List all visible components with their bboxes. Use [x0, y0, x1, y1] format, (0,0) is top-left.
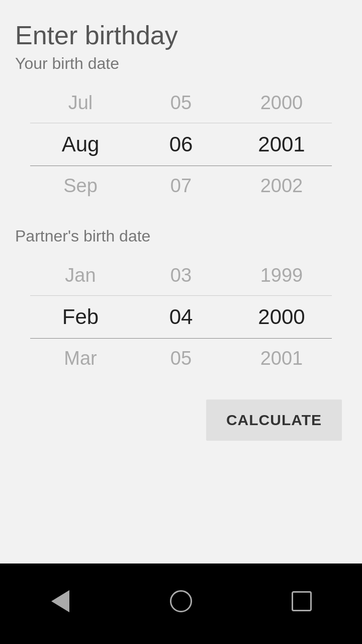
home-icon [170, 590, 192, 612]
partner-year-above[interactable]: 1999 [231, 256, 332, 296]
birth-month-selected[interactable]: Aug [30, 123, 131, 166]
birth-month-column[interactable]: Jul Aug Sep [30, 83, 131, 202]
partner-month-selected[interactable]: Feb [30, 296, 131, 339]
partner-month-column[interactable]: Jan Feb Mar [30, 256, 131, 374]
partner-month-above[interactable]: Jan [30, 256, 131, 296]
partner-picker[interactable]: Jan Feb Mar 03 04 05 1999 2000 2001 [15, 256, 347, 374]
birth-year-below[interactable]: 2002 [231, 166, 332, 202]
partner-section-label: Partner's birth date [15, 227, 347, 246]
partner-day-column[interactable]: 03 04 05 [131, 256, 231, 374]
birth-day-below[interactable]: 07 [131, 166, 231, 202]
page-title: Enter birthday [15, 20, 347, 50]
main-content: Enter birthday Your birth date Jul Aug S… [0, 0, 362, 564]
partner-day-above[interactable]: 03 [131, 256, 231, 296]
birth-month-above[interactable]: Jul [30, 83, 131, 123]
partner-year-column[interactable]: 1999 2000 2001 [231, 256, 332, 374]
birth-year-column[interactable]: 2000 2001 2002 [231, 83, 332, 202]
back-button[interactable] [45, 586, 75, 616]
calculate-button[interactable]: CALCULATE [206, 399, 342, 441]
recents-button[interactable] [287, 586, 317, 616]
back-icon [51, 590, 69, 612]
birth-day-above[interactable]: 05 [131, 83, 231, 123]
birth-day-selected[interactable]: 06 [131, 123, 231, 166]
birth-year-above[interactable]: 2000 [231, 83, 332, 123]
birth-year-selected[interactable]: 2001 [231, 123, 332, 166]
partner-section: Partner's birth date Jan Feb Mar 03 04 0… [15, 227, 347, 374]
birth-section-label: Your birth date [15, 54, 347, 73]
birth-month-below[interactable]: Sep [30, 166, 131, 202]
recents-icon [292, 591, 312, 611]
home-button[interactable] [166, 586, 196, 616]
navigation-bar [0, 564, 362, 644]
birth-picker[interactable]: Jul Aug Sep 05 06 07 2000 2001 2002 [15, 83, 347, 202]
partner-day-selected[interactable]: 04 [131, 296, 231, 339]
birth-section: Your birth date Jul Aug Sep 05 06 07 200… [15, 54, 347, 202]
birth-day-column[interactable]: 05 06 07 [131, 83, 231, 202]
partner-year-selected[interactable]: 2000 [231, 296, 332, 339]
partner-month-below[interactable]: Mar [30, 339, 131, 374]
partner-year-below[interactable]: 2001 [231, 339, 332, 374]
partner-day-below[interactable]: 05 [131, 339, 231, 374]
calculate-row: CALCULATE [15, 399, 347, 441]
